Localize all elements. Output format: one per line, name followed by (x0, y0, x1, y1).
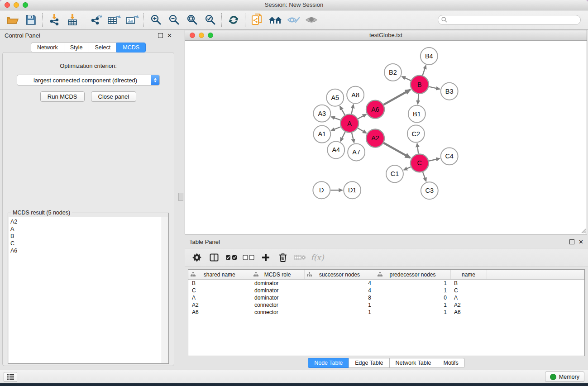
tab-edge-table[interactable]: Edge Table (349, 358, 389, 368)
graph-edge-A-A1[interactable] (331, 127, 341, 130)
network-graph[interactable]: B4B2BB3B1A5A8A3A6AA1A4A7A2C2C4CC1C3DD1 (185, 41, 587, 234)
import-table-icon[interactable] (63, 12, 81, 28)
zoom-out-icon[interactable] (165, 12, 183, 28)
graph-node-C2[interactable]: C2 (407, 125, 425, 143)
criterion-dropdown[interactable]: largest connected component (directed) (17, 75, 160, 86)
network-canvas[interactable]: B4B2BB3B1A5A8A3A6AA1A4A7A2C2C4CC1C3DD1 (185, 41, 587, 234)
memory-button[interactable]: Memory (545, 372, 584, 382)
table-cell[interactable]: B (188, 280, 251, 287)
table-cell[interactable]: dominator (251, 287, 304, 294)
result-scrollbar[interactable] (162, 217, 168, 363)
settings-gear-icon[interactable] (190, 251, 204, 264)
table-cell[interactable]: dominator (251, 294, 304, 301)
graph-node-A2[interactable]: A2 (366, 129, 384, 148)
delete-table-icon[interactable] (293, 251, 307, 264)
graph-node-C[interactable]: C (411, 154, 429, 172)
close-panel-icon[interactable]: ✕ (167, 33, 172, 38)
graph-edge-C-C4[interactable] (429, 158, 440, 161)
graph-edge-A-A3[interactable] (331, 117, 341, 120)
select-all-checkboxes-icon[interactable] (225, 251, 238, 264)
graph-node-C3[interactable]: C3 (421, 182, 438, 199)
graph-edge-A-A7[interactable] (352, 133, 354, 143)
mcds-result-list[interactable]: A2ABCA6 (9, 217, 168, 363)
zoom-selected-icon[interactable] (201, 12, 219, 28)
graph-node-B1[interactable]: B1 (408, 105, 425, 123)
graph-edge-A-A2[interactable] (358, 128, 366, 133)
save-session-icon[interactable] (22, 12, 40, 28)
table-cell[interactable]: dominator (251, 280, 304, 287)
tab-mcds[interactable]: MCDS (116, 43, 146, 52)
float-panel-icon[interactable] (158, 33, 163, 38)
table-cell[interactable]: 4 (304, 287, 375, 294)
graph-edge-A-A6[interactable] (358, 114, 366, 119)
mcds-result-item[interactable]: C (10, 240, 168, 247)
graph-node-D[interactable]: D (313, 181, 330, 199)
graph-node-C4[interactable]: C4 (441, 148, 458, 165)
duplicate-network-icon[interactable] (248, 12, 266, 28)
open-session-icon[interactable] (4, 12, 22, 28)
table-cell[interactable]: connector (251, 301, 304, 309)
graph-node-B4[interactable]: B4 (421, 48, 438, 65)
mcds-result-item[interactable]: B (10, 233, 168, 240)
add-column-icon[interactable] (259, 251, 272, 264)
graph-edge-C-C2[interactable] (417, 143, 419, 153)
column-header-shared-name[interactable]: shared name (188, 270, 251, 280)
refresh-layout-icon[interactable] (225, 12, 243, 28)
table-cell[interactable]: C (450, 287, 487, 294)
graph-node-B3[interactable]: B3 (441, 83, 458, 100)
graph-edge-A-A4[interactable] (340, 132, 345, 141)
table-cell[interactable]: 1 (304, 309, 375, 316)
splitter-handle[interactable] (178, 193, 183, 201)
table-cell[interactable]: 1 (375, 301, 450, 309)
graph-node-A4[interactable]: A4 (327, 141, 344, 158)
column-header-name[interactable]: name (450, 270, 487, 280)
graph-edge-C-C1[interactable] (404, 167, 411, 170)
function-builder-icon[interactable]: f(x) (311, 251, 324, 264)
graph-edge-B-B3[interactable] (429, 86, 440, 89)
table-cell[interactable]: connector (251, 309, 304, 316)
mcds-result-item[interactable]: A (10, 225, 168, 233)
graph-edge-A-A8[interactable] (351, 105, 353, 114)
search-input[interactable] (438, 15, 581, 25)
graph-node-C1[interactable]: C1 (386, 165, 403, 182)
graph-node-A1[interactable]: A1 (313, 126, 330, 143)
column-header-MCDS-role[interactable]: MCDS role (251, 270, 304, 280)
table-cell[interactable]: A6 (450, 309, 487, 316)
table-cell[interactable]: 8 (304, 294, 375, 301)
zoom-fit-icon[interactable] (183, 12, 201, 28)
close-table-panel-icon[interactable]: ✕ (578, 240, 583, 244)
delete-selected-icon[interactable] (276, 251, 290, 264)
toggle-column-panel-icon[interactable] (207, 251, 221, 264)
table-cell[interactable]: A (188, 294, 251, 301)
tab-node-table[interactable]: Node Table (308, 358, 349, 368)
home-view-icon[interactable] (266, 12, 284, 28)
export-network-icon[interactable] (87, 12, 105, 28)
table-cell[interactable]: A (450, 294, 487, 301)
table-cell[interactable]: 1 (304, 301, 375, 309)
resize-grip-icon[interactable] (580, 227, 586, 234)
table-row[interactable]: Bdominator41B (188, 280, 584, 287)
hide-unselected-icon[interactable] (284, 12, 302, 28)
graph-node-A[interactable]: A (340, 114, 359, 133)
export-table-icon[interactable] (105, 12, 123, 28)
tab-style[interactable]: Style (64, 43, 89, 52)
export-image-icon[interactable] (123, 12, 141, 28)
table-cell[interactable]: 0 (375, 294, 450, 301)
graph-edge-B-B4[interactable] (422, 66, 425, 76)
run-mcds-button[interactable]: Run MCDS (40, 91, 85, 102)
table-row[interactable]: Cdominator41C (188, 287, 584, 294)
graph-node-B[interactable]: B (411, 76, 429, 94)
graph-node-A3[interactable]: A3 (313, 105, 330, 122)
graph-node-A6[interactable]: A6 (366, 100, 384, 119)
mcds-result-item[interactable]: A2 (10, 218, 168, 225)
table-row[interactable]: A6connector11A6 (188, 309, 584, 316)
task-history-button[interactable] (4, 372, 17, 382)
table-cell[interactable]: 1 (375, 287, 450, 294)
tab-motifs[interactable]: Motifs (437, 358, 464, 368)
graph-edge-A6-B[interactable] (383, 90, 410, 105)
table-row[interactable]: Adominator80A (188, 294, 584, 301)
table-cell[interactable]: 1 (375, 309, 450, 316)
zoom-in-icon[interactable] (147, 12, 165, 28)
graph-edge-A2-C[interactable] (383, 143, 410, 158)
column-header-successor-nodes[interactable]: successor nodes (304, 270, 375, 280)
